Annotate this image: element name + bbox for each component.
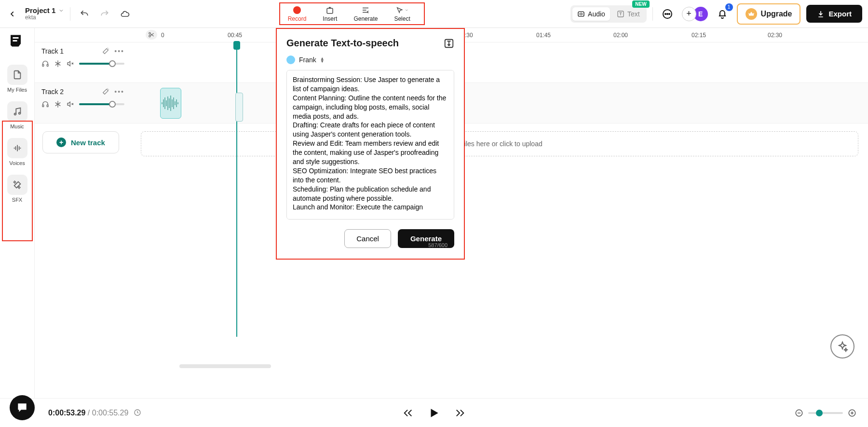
svg-point-11	[18, 112, 20, 114]
view-mode-toggle: Audio Text NEW	[570, 5, 647, 23]
waveform-icon	[577, 10, 585, 18]
svg-point-10	[14, 113, 16, 115]
music-icon	[7, 101, 27, 122]
tts-settings-icon[interactable]	[444, 38, 454, 49]
main-area: 0 00:45 :30 01:45 02:00 02:15 02:30 Trac…	[35, 28, 868, 398]
ruler-zero: 0	[161, 32, 164, 39]
clock-icon[interactable]	[134, 409, 141, 416]
app-logo[interactable]	[8, 33, 25, 50]
zoom-in-button[interactable]	[848, 409, 856, 417]
ruler-mark: 00:45	[228, 32, 242, 39]
volume-slider[interactable]	[79, 103, 124, 105]
play-button[interactable]	[428, 407, 440, 419]
notification-count: 1	[725, 3, 733, 11]
sidebar-item-myfiles[interactable]: My Files	[4, 62, 30, 96]
sfx-icon	[7, 175, 27, 195]
svg-point-6	[667, 14, 668, 14]
collaborators[interactable]: + E	[682, 7, 708, 21]
tts-text-input[interactable]	[286, 70, 454, 220]
help-chat-button[interactable]	[10, 395, 35, 420]
chevron-updown-icon: ▲▼	[320, 57, 325, 63]
snowflake-icon[interactable]	[54, 60, 62, 68]
svg-point-5	[665, 14, 666, 14]
mute-icon[interactable]	[67, 60, 74, 68]
sparkle-icon	[837, 341, 848, 352]
project-name: Project 1	[25, 7, 55, 15]
footer: 0:00:53.29 / 0:00:55.29	[0, 398, 868, 427]
project-selector[interactable]: Project 1 ekta	[25, 7, 64, 21]
dialog-title: Generate Text-to-speech	[286, 38, 399, 49]
text-icon	[617, 10, 624, 18]
ruler-mark: 01:45	[536, 32, 551, 39]
horizontal-scrollbar[interactable]	[179, 364, 271, 368]
chat-icon	[16, 401, 28, 414]
drop-zone[interactable]: p files here or click to upload	[141, 131, 858, 156]
generate-tool[interactable]: Generate	[350, 4, 381, 23]
center-toolbar: Record Insert Generate Select	[279, 2, 425, 25]
export-button[interactable]: Export	[806, 5, 862, 23]
ai-assistant-fab[interactable]	[830, 334, 854, 358]
wand-icon[interactable]	[102, 88, 109, 96]
redo-button[interactable]	[96, 6, 113, 22]
svg-point-0	[293, 6, 301, 14]
ruler-mark: 02:30	[768, 32, 782, 39]
ruler-mark: :30	[465, 32, 473, 39]
crown-icon	[746, 8, 757, 20]
sidebar-item-music[interactable]: Music	[4, 98, 30, 132]
audio-mode-button[interactable]: Audio	[572, 7, 610, 21]
chevron-down-icon	[58, 8, 64, 14]
cloud-sync-button[interactable]	[117, 6, 133, 22]
snowflake-icon[interactable]	[54, 100, 62, 108]
zoom-controls	[795, 409, 856, 417]
voice-name: Frank	[299, 56, 316, 64]
chat-icon	[662, 8, 673, 20]
svg-rect-1	[327, 8, 333, 14]
add-collaborator-button[interactable]: +	[682, 7, 696, 21]
playhead[interactable]	[236, 42, 237, 337]
svg-rect-14	[42, 64, 44, 66]
sidebar-item-sfx[interactable]: SFX	[4, 172, 30, 206]
zoom-slider[interactable]	[808, 412, 843, 414]
svg-rect-16	[42, 105, 44, 107]
insert-tool[interactable]: Insert	[319, 4, 341, 23]
rewind-button[interactable]	[402, 408, 414, 418]
track-menu[interactable]: •••	[114, 47, 124, 55]
notifications-button[interactable]: 1	[714, 5, 731, 23]
select-tool[interactable]: Select	[390, 4, 414, 23]
voice-selector[interactable]: Frank ▲▼	[286, 55, 454, 64]
svg-rect-15	[47, 64, 48, 66]
download-icon	[817, 10, 825, 18]
zoom-out-button[interactable]	[795, 409, 803, 417]
undo-button[interactable]	[76, 6, 93, 22]
new-badge: NEW	[632, 0, 649, 8]
back-button[interactable]	[6, 7, 19, 21]
mute-icon[interactable]	[67, 100, 74, 108]
upgrade-button[interactable]: Upgrade	[737, 3, 801, 25]
voices-icon	[7, 138, 27, 158]
track-name[interactable]: Track 2	[41, 88, 64, 96]
voice-color-dot	[286, 55, 295, 64]
forward-button[interactable]	[454, 408, 466, 418]
wand-icon[interactable]	[102, 47, 109, 55]
text-mode-button[interactable]: Text	[612, 7, 645, 21]
ghost-insert-marker	[235, 93, 243, 122]
project-owner: ekta	[25, 14, 64, 21]
header: Project 1 ekta Record Insert Generate	[0, 0, 868, 28]
volume-slider[interactable]	[79, 63, 124, 65]
ruler-mark: 02:15	[692, 32, 706, 39]
scissor-tool[interactable]	[146, 30, 157, 40]
track-name[interactable]: Track 1	[41, 47, 64, 55]
sidebar-item-voices[interactable]: Voices	[4, 135, 30, 169]
cancel-button[interactable]: Cancel	[344, 229, 391, 248]
headphones-icon[interactable]	[41, 60, 49, 68]
track-menu[interactable]: •••	[114, 88, 124, 96]
audio-clip[interactable]	[160, 88, 181, 119]
track-lane[interactable]	[131, 42, 868, 83]
comments-button[interactable]	[659, 5, 676, 23]
record-tool[interactable]: Record	[284, 4, 311, 23]
ruler-mark: 02:00	[613, 32, 628, 39]
plus-icon: +	[56, 138, 66, 147]
char-count: 587/600	[428, 242, 448, 248]
new-track-button[interactable]: + New track	[42, 131, 119, 153]
headphones-icon[interactable]	[41, 100, 49, 108]
